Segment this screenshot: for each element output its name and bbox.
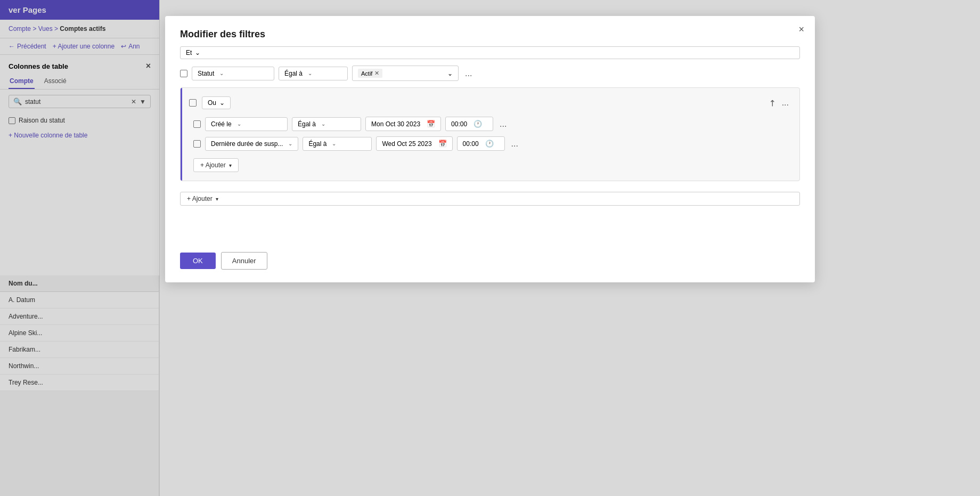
inner-filter-row-1: Créé le ⌄ Égal à ⌄ Mon Oct 30 2023 📅 — [193, 117, 791, 131]
inner-filter-checkbox-1[interactable] — [193, 120, 201, 128]
top-filter-more-button[interactable]: ... — [463, 68, 474, 79]
or-group-actions: ↗ ... — [769, 97, 791, 109]
inner-operator-1-chevron: ⌄ — [321, 121, 325, 127]
inner-filter-rows: Créé le ⌄ Égal à ⌄ Mon Oct 30 2023 📅 — [193, 117, 791, 151]
inner-filter-more-1[interactable]: ... — [497, 118, 509, 130]
clock-icon-2: 🕐 — [485, 140, 494, 148]
ou-operator-dropdown[interactable]: Ou ⌄ — [202, 96, 231, 109]
clock-icon-1: 🕐 — [473, 120, 482, 128]
filter-modal: × Modifier des filtres Et ⌄ Statut ⌄ Éga… — [165, 16, 815, 282]
inner-add-button[interactable]: + Ajouter ▾ — [193, 158, 239, 172]
modal-overlay: × Modifier des filtres Et ⌄ Statut ⌄ Éga… — [0, 0, 980, 496]
outer-add-chevron-icon: ▾ — [216, 196, 218, 202]
inner-filter-row-2: Dernière durée de susp... ⌄ Égal à ⌄ Wed… — [193, 136, 791, 151]
calendar-icon-1: 📅 — [427, 120, 435, 128]
inner-add-chevron-icon: ▾ — [229, 162, 232, 168]
modal-close-button[interactable]: × — [798, 25, 804, 34]
inner-filter-operator-1[interactable]: Égal à ⌄ — [292, 117, 361, 131]
or-group-checkbox[interactable] — [189, 99, 197, 107]
inner-filter-checkbox-2[interactable] — [193, 140, 201, 148]
top-filter-row: Statut ⌄ Égal à ⌄ Actif ✕ ⌄ ... — [180, 66, 800, 81]
et-operator-dropdown[interactable]: Et ⌄ — [180, 46, 800, 59]
inner-filter-time-2[interactable]: 00:00 🕐 — [457, 136, 505, 151]
inner-field-1-chevron: ⌄ — [237, 121, 241, 127]
or-group-header: Ou ⌄ ↗ ... — [189, 96, 791, 109]
inner-field-2-chevron: ⌄ — [288, 141, 292, 147]
et-chevron-icon: ⌄ — [195, 49, 200, 56]
operator-chevron-icon: ⌄ — [308, 70, 312, 76]
inner-filter-more-2[interactable]: ... — [509, 138, 520, 150]
inner-filter-time-1[interactable]: 00:00 🕐 — [445, 117, 493, 131]
inner-filter-operator-2[interactable]: Égal à ⌄ — [303, 137, 372, 151]
calendar-icon-2: 📅 — [438, 140, 447, 148]
ou-chevron-icon: ⌄ — [219, 99, 225, 107]
inner-filter-date-2[interactable]: Wed Oct 25 2023 📅 — [376, 136, 452, 151]
modal-title: Modifier des filtres — [180, 29, 800, 40]
or-group-controls: Ou ⌄ — [189, 96, 231, 109]
top-filter-operator-dropdown[interactable]: Égal à ⌄ — [279, 67, 348, 80]
field-chevron-icon: ⌄ — [219, 70, 224, 76]
filter-tag-actif: Actif ✕ — [358, 69, 382, 78]
tag-remove-button[interactable]: ✕ — [374, 70, 379, 77]
top-filter-field-dropdown[interactable]: Statut ⌄ — [192, 67, 274, 80]
ok-button[interactable]: OK — [180, 253, 216, 269]
or-group-border — [181, 88, 182, 181]
or-group-more-button[interactable]: ... — [780, 97, 791, 109]
collapse-button[interactable]: ↗ — [766, 97, 778, 109]
or-group: Ou ⌄ ↗ ... Créé le — [180, 87, 800, 181]
inner-filter-field-1[interactable]: Créé le ⌄ — [205, 117, 288, 131]
top-filter-checkbox[interactable] — [180, 70, 187, 77]
inner-filter-field-2[interactable]: Dernière durée de susp... ⌄ — [205, 137, 298, 151]
top-filter-value-input[interactable]: Actif ✕ ⌄ — [352, 66, 459, 81]
value-chevron-icon: ⌄ — [447, 70, 453, 77]
inner-filter-date-1[interactable]: Mon Oct 30 2023 📅 — [365, 117, 441, 131]
outer-add-button[interactable]: + Ajouter ▾ — [180, 192, 800, 206]
inner-operator-2-chevron: ⌄ — [332, 141, 336, 147]
modal-footer: OK Annuler — [180, 236, 800, 270]
cancel-button[interactable]: Annuler — [221, 252, 267, 270]
